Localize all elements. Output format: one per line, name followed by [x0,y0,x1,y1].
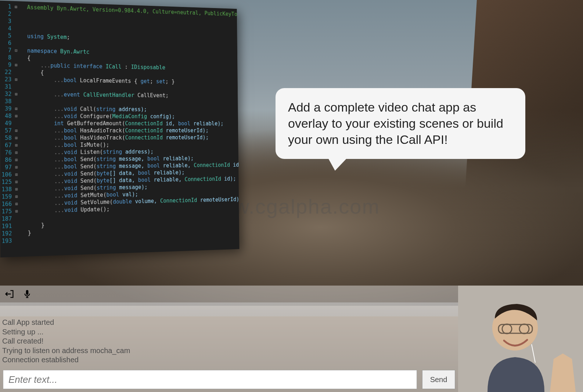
fold-icon[interactable]: ⊞ [13,193,20,200]
chat-log: Call App started Setting up ... Call cre… [0,316,458,367]
fold-icon[interactable]: ⊞ [13,200,20,207]
line-number: 191 [0,222,14,230]
fold-icon[interactable]: ⊞ [13,127,20,134]
code-body[interactable]: Assembly Byn.Awrtc, Version=0.984.4.0, C… [26,1,240,257]
line-number: 193 [0,237,14,245]
line-number: 49 [0,120,13,127]
chat-main-area: Call App started Setting up ... Call cre… [0,286,458,392]
fold-icon[interactable]: ⊞ [13,142,20,149]
line-number: 22 [0,68,13,76]
speech-bubble: Add a complete video chat app as overlay… [276,88,525,159]
chat-toolbar [0,286,458,302]
fold-icon[interactable]: ⊟ [13,47,19,54]
chat-input-row: Send [0,367,458,392]
line-number: 39 [0,105,13,112]
avatar-placeholder-icon [458,286,583,392]
speech-bubble-text: Add a complete video chat app as overlay… [288,100,503,146]
line-number: 8 [0,54,13,62]
fold-icon[interactable]: ⊞ [13,178,20,185]
line-number: 5 [0,32,13,40]
fold-icon[interactable]: ⊞ [13,185,20,193]
chat-log-line: Call App started [2,318,456,327]
line-number: 38 [0,98,13,105]
chat-text-input[interactable] [3,370,417,389]
chat-log-line: Setting up ... [2,327,456,337]
fold-icon[interactable]: ⊞ [13,156,20,164]
line-number: 57 [0,127,13,134]
microphone-icon [22,288,32,300]
line-number: 86 [0,156,13,164]
line-number: 23 [0,76,13,83]
exit-icon [4,289,15,299]
line-number: 2 [0,10,13,18]
chat-log-line: Trying to listen on address mocha_cam [2,346,456,356]
fold-icon[interactable]: ⊞ [13,3,19,11]
fold-icon[interactable]: ⊞ [13,171,20,178]
line-number: 175 [0,208,14,215]
fold-icon[interactable]: ⊞ [13,164,20,171]
line-number: 7 [0,47,13,54]
line-number: 159 [0,193,13,201]
fold-icon[interactable]: ⊞ [13,112,19,120]
line-number: 32 [0,90,13,98]
line-number: 3 [0,17,13,25]
line-number: 106 [0,171,13,178]
line-number: 6 [0,39,13,47]
remote-video-thumbnail[interactable] [458,286,583,392]
code-editor-panel: 1⊞ 2 3 4 5 6 7⊟ 8 9⊞ 22 23⊞ 31 32⊞ 38 39… [0,1,240,258]
fold-icon[interactable]: ⊞ [13,76,19,83]
chat-log-line: Call created! [2,337,456,346]
send-button[interactable]: Send [422,370,455,389]
fold-icon[interactable]: ⊞ [13,134,20,142]
fold-icon[interactable]: ⊞ [13,149,20,156]
fold-icon[interactable]: ⊞ [13,105,19,112]
line-number: 31 [0,83,13,90]
chat-overlay-panel: Call App started Setting up ... Call cre… [0,286,583,392]
line-number: 192 [0,230,14,237]
line-number: 125 [0,178,13,186]
line-number: 9 [0,61,13,68]
line-number: 1 [0,3,13,11]
fold-icon[interactable]: ⊞ [13,91,19,98]
fold-icon[interactable]: ⊞ [13,207,20,215]
line-number: 58 [0,134,13,142]
chat-video-area [0,302,458,316]
line-number: 48 [0,112,13,120]
line-number: 67 [0,142,13,149]
fold-icon[interactable]: ⊞ [13,61,19,69]
line-number: 76 [0,149,13,156]
exit-button[interactable] [3,287,16,301]
chat-log-line: Connection established [2,355,456,365]
line-number: 97 [0,164,13,171]
line-number: 4 [0,25,13,32]
line-number: 138 [0,186,13,193]
editor-gutter: 1⊞ 2 3 4 5 6 7⊟ 8 9⊞ 22 23⊞ 31 32⊞ 38 39… [0,1,26,258]
mic-button[interactable] [21,287,34,301]
line-number: 187 [0,215,14,223]
line-number: 166 [0,200,13,208]
